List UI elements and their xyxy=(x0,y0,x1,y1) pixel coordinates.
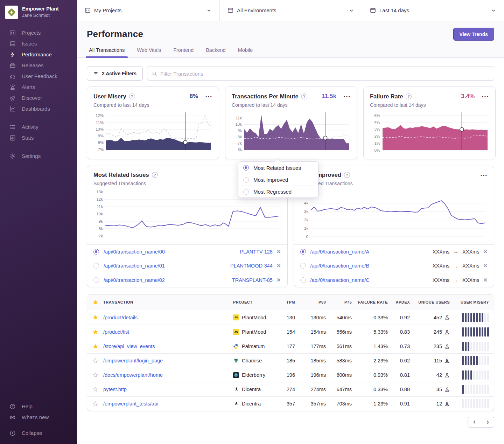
date-range-selector[interactable]: Last 14 days xyxy=(362,0,504,21)
column-header-failure-rate[interactable]: FAILURE RATE xyxy=(352,300,388,304)
sidebar-item-performance[interactable]: Performance xyxy=(0,49,77,60)
project-cell[interactable]: JSPlantMood xyxy=(233,314,276,320)
project-cell[interactable]: Elderberry xyxy=(233,372,276,378)
star-toggle[interactable] xyxy=(87,344,103,349)
help-question-icon[interactable]: ? xyxy=(344,172,350,178)
issue-link[interactable]: PLANTMOOD-344 xyxy=(230,263,273,269)
transaction-link[interactable]: /api/0/transaction_name/00 xyxy=(104,249,165,255)
more-options-icon[interactable]: ⋯ xyxy=(205,94,212,98)
project-cell[interactable]: Dicentra xyxy=(233,401,276,407)
close-icon[interactable]: ✕ xyxy=(276,263,281,269)
transaction-link[interactable]: /api/0/transaction_name/02 xyxy=(104,277,165,283)
tab-web-vitals[interactable]: Web Vitals xyxy=(137,47,161,57)
more-options-icon[interactable]: ⋯ xyxy=(343,94,351,98)
radio-button[interactable] xyxy=(93,277,99,283)
star-toggle[interactable] xyxy=(87,314,103,320)
view-trends-button[interactable]: View Trends xyxy=(453,28,494,41)
help-question-icon[interactable]: ? xyxy=(301,93,307,99)
whats-new-icon xyxy=(9,414,16,421)
project-selector[interactable]: My Projects xyxy=(77,0,220,21)
tab-backend[interactable]: Backend xyxy=(206,47,225,57)
transaction-link[interactable]: /api/0/transaction_name/C xyxy=(310,277,370,283)
transaction-link[interactable]: pytest.http xyxy=(103,387,233,392)
sidebar-item-settings[interactable]: Settings xyxy=(0,151,77,161)
next-page-button[interactable] xyxy=(481,417,494,428)
transaction-link[interactable]: /docs/empowerplant/home xyxy=(103,372,233,378)
transaction-link[interactable]: /product/details xyxy=(103,315,233,320)
radio-button[interactable] xyxy=(300,249,306,255)
star-toggle[interactable] xyxy=(87,387,103,393)
radio-button[interactable] xyxy=(243,189,249,195)
radio-button[interactable] xyxy=(243,165,249,171)
column-header-user-misery[interactable]: USER MISERY xyxy=(450,300,489,304)
project-cell[interactable]: Palmatum xyxy=(233,344,276,349)
org-switcher[interactable]: Empower Plant Jane Schmidt xyxy=(0,4,77,27)
issue-link[interactable]: PLANTTV-128 xyxy=(240,249,273,255)
sidebar-item-alerts[interactable]: Alerts xyxy=(0,82,77,92)
tab-frontend[interactable]: Frontend xyxy=(173,47,194,57)
sidebar-item-issues[interactable]: Issues xyxy=(0,38,77,49)
star-toggle[interactable] xyxy=(87,358,103,364)
previous-page-button[interactable] xyxy=(468,417,481,428)
star-toggle[interactable] xyxy=(87,401,103,407)
sidebar-item-discover[interactable]: Discover xyxy=(0,92,77,103)
transaction-link[interactable]: /api/0/transaction_name/B xyxy=(310,263,369,269)
sidebar-item-releases[interactable]: Releases xyxy=(0,60,77,71)
column-header-unique-users[interactable]: UNIQUE USERS xyxy=(410,300,450,304)
environment-selector[interactable]: All Environments xyxy=(220,0,362,21)
radio-button[interactable] xyxy=(93,263,99,269)
transaction-link[interactable]: /empowerplant/login_page xyxy=(103,358,233,363)
transaction-link[interactable]: /api/0/transaction_name/01 xyxy=(104,263,165,269)
radio-button[interactable] xyxy=(300,263,306,269)
radio-button[interactable] xyxy=(300,277,306,283)
radio-button[interactable] xyxy=(93,249,99,255)
column-header-tpm[interactable]: TPM xyxy=(276,300,295,304)
sidebar-item-dashboards[interactable]: Dashboards xyxy=(0,103,77,114)
search-input[interactable] xyxy=(160,71,489,77)
transaction-link[interactable]: /product/list xyxy=(103,329,233,335)
column-header-p75[interactable]: P75 xyxy=(326,300,352,304)
card-title: Failure Rate xyxy=(370,93,403,100)
more-options-icon[interactable]: ⋯ xyxy=(482,94,489,98)
help-question-icon[interactable]: ? xyxy=(129,93,135,99)
tab-all-transactions[interactable]: All Transactions xyxy=(89,47,125,57)
menu-option-most-improved[interactable]: Most Improved xyxy=(238,174,318,186)
close-icon[interactable]: ✕ xyxy=(276,249,281,255)
close-icon[interactable]: ✕ xyxy=(276,277,281,283)
help-question-icon[interactable]: ? xyxy=(406,93,412,99)
sidebar-item-stats[interactable]: Stats xyxy=(0,132,77,143)
sidebar-item-help[interactable]: Help xyxy=(0,401,77,412)
sidebar-item-what-s-new[interactable]: What’s new xyxy=(0,412,77,423)
star-toggle[interactable] xyxy=(87,372,103,378)
star-toggle[interactable] xyxy=(87,329,103,335)
column-header-transaction[interactable]: TRANSACTION xyxy=(103,300,233,304)
issue-link[interactable]: TRANSPLANT-85 xyxy=(232,277,273,283)
column-header-project[interactable]: PROJECT xyxy=(233,300,276,304)
menu-option-most-regressed[interactable]: Most Regressed xyxy=(238,186,318,197)
project-cell[interactable]: Dicentra xyxy=(233,387,276,393)
sidebar-item-user-feedback[interactable]: User Feedback xyxy=(0,71,77,82)
column-header-apdex[interactable]: APDEX xyxy=(388,300,410,304)
svg-text:12%: 12% xyxy=(96,113,104,118)
active-filters-button[interactable]: 2 Active Filters xyxy=(87,67,143,81)
project-cell[interactable]: Chamise xyxy=(233,358,276,364)
help-question-icon[interactable]: ? xyxy=(152,172,158,178)
tab-mobile[interactable]: Mobile xyxy=(238,47,253,57)
close-icon[interactable]: ✕ xyxy=(483,249,488,255)
transaction-link[interactable]: /empowerplant_tests/api xyxy=(103,401,233,407)
close-icon[interactable]: ✕ xyxy=(483,263,488,269)
transaction-link[interactable]: /api/0/transaction_name/A xyxy=(310,249,369,255)
radio-button[interactable] xyxy=(243,177,249,183)
sidebar-item-collapse[interactable]: Collapse xyxy=(0,428,77,438)
sidebar-item-projects[interactable]: Projects xyxy=(0,27,77,38)
p75-value: 703ms xyxy=(326,401,352,407)
menu-option-most-related-issues[interactable]: Most Related Issues xyxy=(238,162,318,174)
user-icon xyxy=(444,387,450,392)
close-icon[interactable]: ✕ xyxy=(483,277,488,283)
project-cell[interactable]: JSPlantMood xyxy=(233,329,276,335)
sidebar-item-activity[interactable]: Activity xyxy=(0,122,77,132)
star-column-header[interactable] xyxy=(87,299,103,305)
transaction-link[interactable]: /store/api_view_events xyxy=(103,344,233,349)
column-header-p50[interactable]: P50 xyxy=(295,300,326,304)
more-options-icon[interactable]: ⋯ xyxy=(480,173,488,177)
